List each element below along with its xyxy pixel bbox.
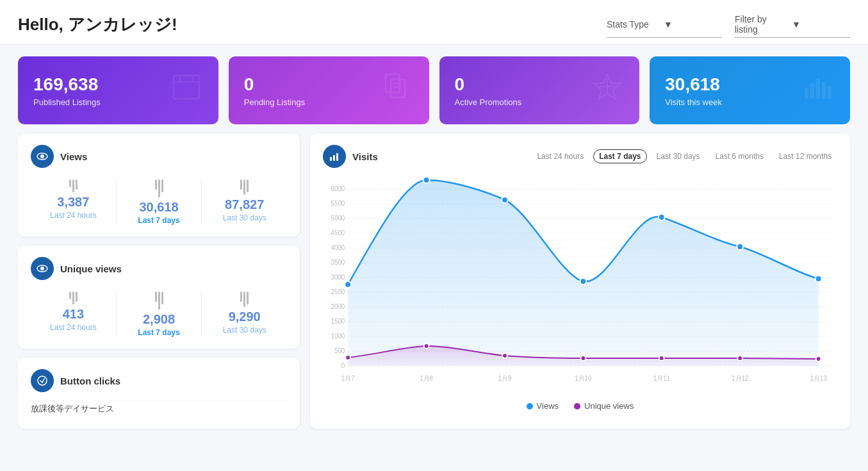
unique-views-bar-7d-icon [117, 292, 202, 310]
legend-unique-views-label: Unique views [584, 401, 634, 411]
stats-type-arrow-icon: ▼ [664, 19, 717, 29]
svg-text:1月11: 1月11 [653, 375, 671, 382]
legend-views-dot [527, 403, 533, 409]
promotions-icon [591, 70, 624, 110]
stat-card-published: 169,638 Published Listings [18, 56, 218, 124]
page-title: Hello, アンカレッジ! [18, 13, 177, 36]
stat-card-promotions: 0 Active Promotions [439, 56, 640, 124]
unique-views-stat-24h: 413 Last 24 hours [31, 292, 117, 337]
svg-point-58 [345, 281, 351, 288]
visits-title-row: Visits [323, 145, 378, 168]
svg-rect-0 [174, 76, 199, 99]
button-clicks-item-0: 放課後等デイサービス [31, 400, 287, 417]
svg-point-59 [423, 177, 430, 183]
svg-point-20 [38, 376, 47, 385]
svg-rect-21 [330, 157, 332, 161]
views-bar-7d-icon [117, 179, 202, 197]
svg-rect-12 [810, 83, 814, 99]
svg-text:1000: 1000 [331, 333, 345, 340]
views-stat-24h: 3,387 Last 24 hours [31, 179, 117, 225]
views-bar-24h-icon [31, 179, 116, 192]
unique-views-bar-24h-icon [31, 292, 116, 304]
views-stat-7d: 30,618 Last 7 days [117, 179, 202, 225]
time-filter-30d[interactable]: Last 30 days [651, 149, 706, 163]
svg-point-70 [737, 356, 742, 361]
views-card: Views 3,387 Last 24 hours 30,618 Last 7 … [18, 133, 300, 236]
unique-views-period-24h: Last 24 hours [31, 323, 116, 332]
svg-text:1月12: 1月12 [732, 375, 748, 382]
views-title: Views [60, 151, 87, 162]
unique-views-title: Unique views [60, 263, 122, 274]
stat-card-visits: 30,618 Visits this week [650, 56, 850, 124]
views-value-7d: 30,618 [117, 200, 202, 215]
visits-label: Visits this week [665, 97, 722, 107]
button-clicks-card: Button clicks 放課後等デイサービス [18, 358, 300, 429]
svg-point-60 [502, 197, 508, 203]
svg-text:4000: 4000 [331, 244, 345, 251]
svg-text:2000: 2000 [331, 303, 345, 310]
time-filter-6m[interactable]: Last 6 months [710, 149, 769, 163]
published-value: 169,638 [33, 74, 101, 95]
svg-point-62 [659, 214, 665, 220]
unique-views-period-7d: Last 7 days [117, 328, 202, 337]
svg-text:1月7: 1月7 [341, 375, 355, 382]
button-clicks-icon [31, 369, 54, 392]
filter-listing-dropdown[interactable]: Filter by listing ▼ [735, 12, 850, 38]
time-filter-24h[interactable]: Last 24 hours [531, 149, 589, 163]
time-filter-7d[interactable]: Last 7 days [593, 149, 646, 163]
svg-point-69 [659, 356, 664, 361]
unique-views-value-30d: 9,290 [202, 310, 287, 324]
unique-views-stats: 413 Last 24 hours 2,908 Last 7 days 9,29… [31, 292, 287, 337]
svg-point-63 [737, 244, 743, 250]
time-filter-12m[interactable]: Last 12 months [773, 149, 837, 163]
legend-views-label: Views [537, 401, 559, 411]
unique-views-stat-30d: 9,290 Last 30 days [202, 292, 287, 337]
filter-listing-arrow-icon: ▼ [792, 19, 845, 29]
unique-views-header: Unique views [31, 257, 287, 280]
svg-rect-23 [336, 153, 338, 161]
stats-type-label: Stats Type [607, 19, 660, 29]
pending-label: Pending Listings [244, 97, 305, 107]
svg-text:1月9: 1月9 [498, 375, 512, 382]
visits-chart-panel: Visits Last 24 hours Last 7 days Last 30… [310, 133, 850, 429]
svg-text:1500: 1500 [331, 318, 345, 325]
unique-views-card: Unique views 413 Last 24 hours 2,908 Las… [18, 245, 300, 349]
svg-point-64 [815, 276, 822, 282]
stat-cards-row: 169,638 Published Listings 0 Pending Lis… [0, 45, 868, 133]
unique-views-value-24h: 413 [31, 307, 116, 322]
svg-rect-15 [828, 86, 831, 99]
button-clicks-title: Button clicks [60, 376, 120, 386]
stats-type-dropdown[interactable]: Stats Type ▼ [607, 12, 722, 38]
svg-text:5500: 5500 [331, 200, 345, 207]
legend-unique-views: Unique views [574, 401, 634, 411]
legend-unique-views-dot [574, 403, 580, 409]
svg-text:4500: 4500 [331, 229, 345, 236]
header-controls: Stats Type ▼ Filter by listing ▼ [607, 12, 850, 38]
svg-rect-14 [822, 82, 826, 99]
svg-rect-11 [805, 88, 808, 99]
published-label: Published Listings [33, 97, 101, 107]
views-stats: 3,387 Last 24 hours 30,618 Last 7 days 8… [31, 179, 287, 225]
views-period-7d: Last 7 days [117, 216, 202, 225]
svg-text:1月10: 1月10 [575, 375, 592, 382]
svg-point-61 [580, 278, 587, 285]
pending-icon [381, 70, 414, 110]
visits-chart-title: Visits [352, 151, 378, 162]
svg-point-68 [580, 356, 585, 361]
button-clicks-header: Button clicks [31, 369, 287, 392]
views-value-30d: 87,827 [202, 197, 287, 212]
main-content: Views 3,387 Last 24 hours 30,618 Last 7 … [0, 133, 868, 442]
visits-chart-icon [323, 145, 346, 168]
filter-listing-label: Filter by listing [735, 14, 788, 35]
views-period-30d: Last 30 days [202, 213, 287, 222]
svg-text:6500: 6500 [331, 177, 345, 178]
views-stat-30d: 87,827 Last 30 days [202, 179, 287, 225]
svg-text:0: 0 [341, 362, 345, 369]
svg-text:1月13: 1月13 [810, 375, 828, 382]
views-period-24h: Last 24 hours [31, 211, 116, 220]
svg-text:1月8: 1月8 [420, 375, 433, 382]
svg-rect-13 [816, 78, 820, 99]
svg-rect-22 [333, 155, 335, 161]
promotions-label: Active Promotions [455, 97, 522, 107]
legend-views: Views [527, 401, 559, 411]
